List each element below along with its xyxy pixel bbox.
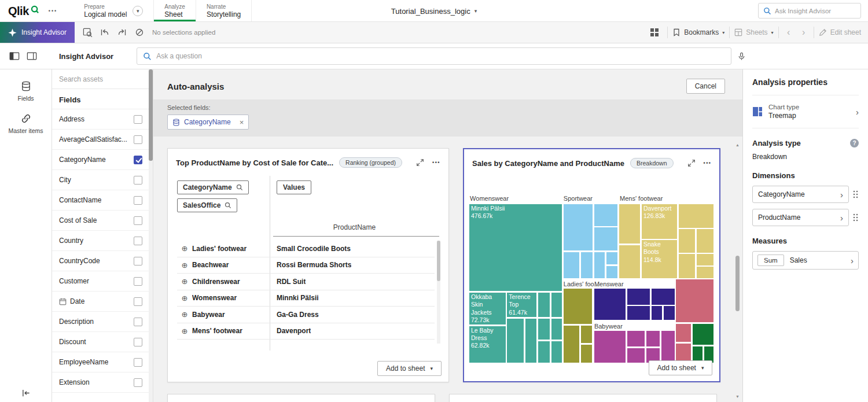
treemap-chart[interactable]: WomenswearSportwearMens' footwearLadies'… [469, 194, 714, 363]
treemap-category-label[interactable]: Menswear [594, 280, 624, 289]
smart-search-button[interactable] [79, 24, 95, 40]
field-row[interactable]: CountryCode [52, 251, 153, 271]
measure-item-sales[interactable]: Sum Sales › [752, 251, 859, 270]
field-row[interactable]: Country [52, 231, 153, 251]
toggle-right-panel-button[interactable] [23, 47, 41, 65]
app-title-menu[interactable]: Tutorial_Business_logic ▾ [391, 6, 477, 15]
field-checkbox[interactable] [134, 216, 142, 225]
ask-question-search[interactable] [137, 47, 731, 65]
drag-handle-icon[interactable] [852, 190, 859, 198]
field-checkbox[interactable] [134, 318, 142, 326]
treemap-cell[interactable] [627, 348, 645, 363]
expand-button[interactable] [685, 157, 698, 169]
add-row-icon[interactable]: ⊕ [177, 244, 192, 253]
add-row-icon[interactable]: ⊕ [177, 310, 192, 319]
add-row-icon[interactable]: ⊕ [177, 294, 192, 303]
add-row-icon[interactable]: ⊕ [177, 261, 192, 270]
assets-search[interactable] [52, 69, 153, 89]
treemap-cell[interactable] [594, 330, 626, 363]
selected-field-tag[interactable]: CategoryName × [167, 115, 249, 130]
dimension-item-categoryname[interactable]: CategoryName › [752, 186, 849, 203]
scrollbar-thumb[interactable] [735, 256, 740, 311]
table-row[interactable]: ⊕Ladies' footwearSmall Crocodile Boots [177, 241, 435, 257]
treemap-cell[interactable] [551, 292, 562, 318]
salesoffice-filter-button[interactable]: SalesOffice [177, 198, 237, 212]
fields-scrollbar[interactable] [149, 69, 153, 402]
table-row[interactable]: ⊕WomenswearMinnki Pälsii [177, 290, 435, 307]
treemap-cell[interactable] [696, 266, 714, 279]
field-checkbox[interactable] [134, 237, 142, 245]
treemap-category-label[interactable]: Sportwear [564, 194, 593, 203]
treemap-cell[interactable]: Snake Boots114.8k [641, 239, 678, 279]
field-row[interactable]: Discount [52, 332, 153, 352]
treemap-cell[interactable] [525, 318, 537, 363]
field-row[interactable]: ContactName [52, 190, 153, 211]
field-checkbox[interactable] [134, 297, 142, 306]
values-button[interactable]: Values [277, 180, 311, 194]
treemap-cell[interactable] [651, 288, 675, 305]
treemap-cell[interactable]: Le Baby Dress62.82k [469, 326, 506, 363]
field-row[interactable]: City [52, 170, 153, 190]
tab-narrate[interactable]: Narrate Storytelling [196, 0, 252, 21]
add-row-icon[interactable]: ⊕ [177, 327, 192, 335]
tab-fields[interactable]: Fields [0, 75, 52, 108]
treemap-cell[interactable]: Davenport126.83k [641, 204, 678, 239]
chart-type-row[interactable]: Chart type Treemap › [752, 95, 859, 128]
dimension-item-productname[interactable]: ProductName › [752, 209, 849, 226]
treemap-cell[interactable] [619, 204, 641, 244]
analysis-card-treemap[interactable]: Sales by CategoryName and ProductName Br… [463, 148, 720, 382]
previous-sheet-button[interactable]: ‹ [784, 27, 794, 38]
add-to-sheet-button[interactable]: Add to sheet ▾ [649, 360, 713, 375]
ask-question-input[interactable] [156, 52, 725, 60]
collapse-panel-button[interactable] [21, 389, 30, 397]
treemap-cell[interactable] [594, 252, 606, 279]
field-row[interactable]: Address [52, 109, 153, 130]
treemap-cell[interactable]: Minnki Pälsii476.67k [469, 204, 562, 292]
field-row[interactable]: Customer [52, 271, 153, 292]
next-sheet-button[interactable]: › [799, 27, 809, 38]
treemap-cell[interactable] [563, 288, 593, 324]
toggle-left-panel-button[interactable] [6, 47, 23, 65]
expand-button[interactable] [414, 156, 426, 169]
treemap-cell[interactable] [675, 323, 692, 343]
table-scrollbar[interactable] [437, 241, 440, 344]
treemap-cell[interactable] [675, 279, 714, 323]
field-checkbox[interactable] [134, 277, 142, 286]
treemap-cell[interactable] [606, 252, 618, 265]
remove-selected-field-button[interactable]: × [235, 118, 244, 127]
field-checkbox[interactable] [134, 135, 142, 144]
treemap-cell[interactable] [606, 265, 618, 279]
tab-analyze[interactable]: Analyze Sheet [154, 0, 196, 21]
field-row[interactable]: AverageCallSatisfac... [52, 130, 153, 150]
step-forward-selection-button[interactable] [114, 24, 130, 40]
field-checkbox[interactable] [134, 378, 142, 387]
add-to-sheet-button[interactable]: Add to sheet ▾ [377, 361, 442, 376]
treemap-cell[interactable] [538, 318, 550, 341]
treemap-cell[interactable] [506, 318, 524, 363]
treemap-cell[interactable] [678, 253, 696, 279]
tab-master-items[interactable]: Master items [0, 108, 52, 140]
treemap-cell[interactable] [580, 325, 593, 344]
treemap-cell[interactable] [678, 228, 696, 253]
global-menu-button[interactable]: ••• [49, 8, 57, 14]
analysis-card-ranking[interactable]: Top ProductName by Cost of Sale for Cate… [167, 148, 449, 382]
treemap-category-label[interactable]: Babywear [594, 322, 623, 331]
treemap-cell[interactable] [627, 288, 650, 305]
treemap-cell[interactable] [678, 204, 714, 228]
treemap-category-label[interactable]: Womenswear [470, 194, 509, 203]
insight-advisor-search[interactable] [758, 3, 861, 19]
step-back-selection-button[interactable] [97, 24, 113, 40]
drag-handle-icon[interactable] [852, 213, 859, 222]
field-row[interactable]: Extension [52, 373, 153, 393]
field-checkbox[interactable] [134, 338, 142, 346]
field-checkbox[interactable] [134, 196, 142, 205]
treemap-cell[interactable] [580, 252, 593, 279]
treemap-cell[interactable]: Okkaba Skin Jackets72.73k [469, 292, 506, 325]
edit-sheet-button[interactable]: Edit sheet [819, 28, 861, 36]
treemap-cell[interactable] [563, 325, 580, 363]
field-checkbox[interactable] [134, 115, 142, 124]
field-checkbox[interactable] [134, 257, 142, 265]
table-row[interactable]: ⊕ChildrenswearRDL Suit [177, 274, 435, 290]
treemap-cell[interactable] [696, 228, 714, 253]
treemap-cell[interactable] [538, 341, 550, 363]
